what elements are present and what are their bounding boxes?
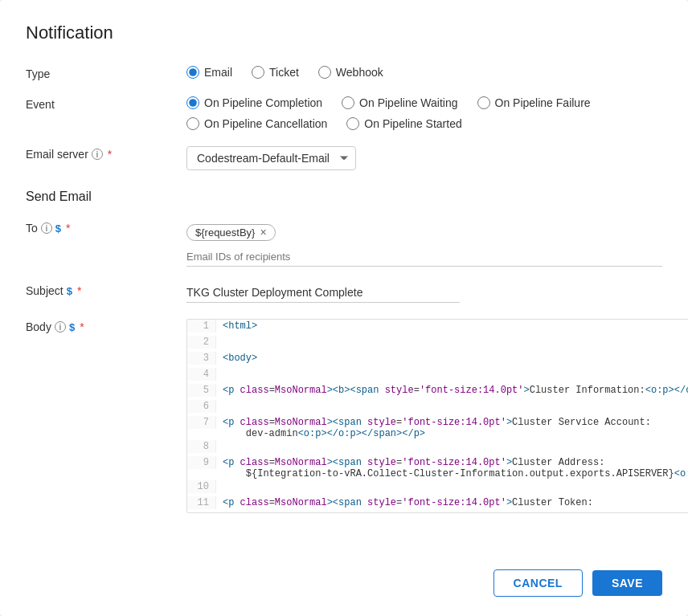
notification-dialog: Notification Type Email Ticket Webhook	[0, 0, 688, 616]
code-line-8: 8	[187, 440, 688, 456]
to-info-icon: i	[41, 222, 52, 234]
type-row: Type Email Ticket Webhook	[26, 66, 662, 80]
email-server-label: Email server i *	[26, 146, 186, 161]
dialog-title: Notification	[26, 22, 662, 43]
subject-row: Subject $ *	[26, 283, 662, 303]
event-pipeline-waiting[interactable]: On Pipeline Waiting	[342, 96, 457, 109]
save-button[interactable]: SAVE	[592, 570, 662, 596]
to-tag-requestby: ${requestBy} ×	[186, 224, 276, 241]
event-pipeline-cancellation[interactable]: On Pipeline Cancellation	[186, 117, 327, 130]
code-line-10: 10	[187, 480, 688, 496]
to-tags: ${requestBy} ×	[186, 220, 662, 244]
type-ticket-option[interactable]: Ticket	[252, 66, 299, 79]
required-marker: *	[108, 148, 112, 161]
subject-input[interactable]	[186, 283, 460, 303]
to-row: To i $ * ${requestBy} ×	[26, 220, 662, 267]
footer: CANCEL SAVE	[26, 550, 662, 597]
code-line-2: 2	[187, 336, 688, 352]
code-line-6: 6	[187, 400, 688, 416]
to-email-input[interactable]	[186, 247, 662, 267]
event-label: Event	[26, 96, 186, 111]
subject-dollar-icon: $	[67, 285, 72, 297]
body-row: Body i $ * 1 <html> 2	[26, 319, 662, 513]
email-server-select-wrapper: Codestream-Default-Email	[186, 146, 356, 170]
to-tag-label: ${requestBy}	[195, 226, 255, 239]
code-line-11: 11 <p class=MsoNormal><span style='font-…	[187, 496, 688, 512]
to-label: To i $ *	[26, 220, 186, 235]
code-line-1: 1 <html>	[187, 320, 688, 336]
code-line-5: 5 <p class=MsoNormal><b><span style='fon…	[187, 384, 688, 400]
type-label: Type	[26, 66, 186, 80]
body-dollar-icon: $	[69, 321, 75, 333]
email-server-content: Codestream-Default-Email	[186, 146, 662, 170]
to-dollar-icon: $	[55, 222, 61, 235]
subject-required-marker: *	[77, 284, 81, 297]
body-label: Body i $ *	[26, 319, 186, 333]
event-options: On Pipeline Completion On Pipeline Waiti…	[186, 96, 662, 130]
body-required-marker: *	[80, 320, 84, 333]
code-editor[interactable]: 1 <html> 2 3 <body> 4	[186, 319, 688, 513]
send-email-title: Send Email	[26, 190, 662, 204]
code-line-3: 3 <body>	[187, 352, 688, 368]
event-row: Event On Pipeline Completion On Pipeline…	[26, 96, 662, 130]
type-webhook-option[interactable]: Webhook	[318, 66, 383, 79]
subject-label: Subject $ *	[26, 283, 186, 297]
subject-content	[186, 283, 662, 303]
type-options: Email Ticket Webhook	[186, 66, 662, 79]
cancel-button[interactable]: CANCEL	[493, 569, 583, 597]
type-email-option[interactable]: Email	[186, 66, 232, 79]
body-info-icon: i	[55, 321, 66, 332]
to-required-marker: *	[66, 222, 70, 235]
send-email-section: Send Email	[26, 186, 662, 217]
code-line-4: 4	[187, 368, 688, 384]
to-content: ${requestBy} ×	[186, 220, 662, 267]
email-server-select[interactable]: Codestream-Default-Email	[186, 146, 356, 170]
code-lines: 1 <html> 2 3 <body> 4	[187, 320, 688, 512]
info-icon: i	[92, 149, 103, 160]
code-line-7: 7 <p class=MsoNormal><span style='font-s…	[187, 416, 688, 440]
email-server-row: Email server i * Codestream-Default-Emai…	[26, 146, 662, 170]
to-tag-input: ${requestBy} ×	[186, 220, 662, 267]
event-pipeline-started[interactable]: On Pipeline Started	[346, 117, 461, 130]
remove-tag-button[interactable]: ×	[258, 226, 268, 238]
body-content: 1 <html> 2 3 <body> 4	[186, 319, 688, 513]
code-line-9: 9 <p class=MsoNormal><span style='font-s…	[187, 456, 688, 480]
event-pipeline-failure[interactable]: On Pipeline Failure	[477, 96, 591, 109]
event-pipeline-completion[interactable]: On Pipeline Completion	[186, 96, 322, 109]
